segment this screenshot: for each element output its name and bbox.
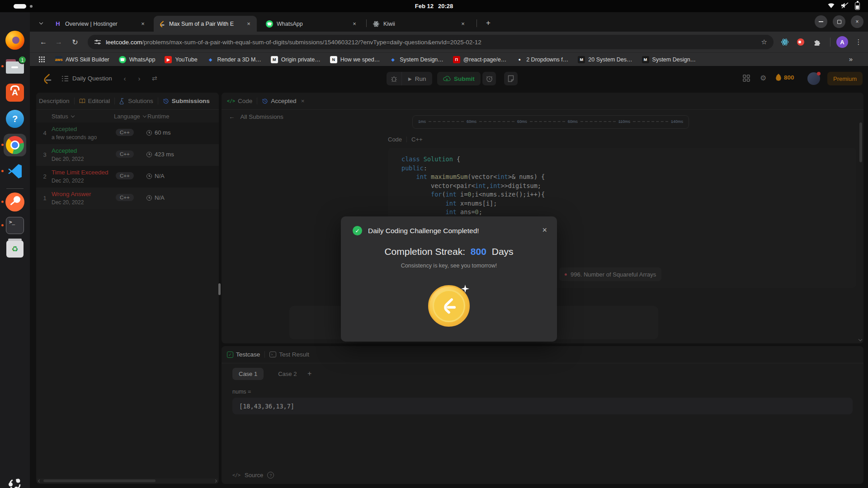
- close-icon: ×: [855, 19, 859, 25]
- browser-profile-avatar[interactable]: A: [836, 36, 848, 48]
- clock-date: Feb 12: [415, 3, 434, 9]
- tab-title: Kiwii: [383, 21, 456, 27]
- running-dot: [1, 224, 4, 226]
- forward-button[interactable]: →: [53, 37, 64, 47]
- bookmarks-bar: aws AWS Skill Builder ☎ WhatsApp ▶ YouTu…: [30, 52, 868, 66]
- dock-item-show-apps[interactable]: [5, 474, 25, 488]
- tab-overview-hostinger[interactable]: H Overview | Hostinger ×: [50, 16, 151, 32]
- software-store-icon: A: [6, 84, 24, 102]
- daily-challenge-modal: ✓ Daily Coding Challenge Completed! × Co…: [341, 216, 557, 342]
- tab-strip: H Overview | Hostinger × Max Sum of a Pa…: [30, 12, 868, 32]
- modal-title: Daily Coding Challenge Completed!: [368, 227, 479, 235]
- help-icon: ?: [6, 110, 24, 128]
- tab-close-button[interactable]: ×: [245, 20, 252, 27]
- bookmark-label: @react-page/e…: [463, 56, 506, 63]
- bookmark-item[interactable]: ◆ Render a 3D M…: [207, 56, 261, 63]
- red-extension-icon[interactable]: [796, 37, 806, 47]
- postman-icon: [5, 192, 24, 211]
- bookmark-favicon: ◆: [207, 56, 214, 63]
- streak-label: Completion Streak:: [384, 246, 465, 257]
- sparkle-icon: [461, 285, 469, 293]
- chevron-down-icon: [39, 21, 43, 24]
- files-badge: 1: [18, 56, 27, 64]
- system-top-bar: Feb 12 20:28: [0, 0, 868, 12]
- dock-item-firefox[interactable]: [5, 30, 25, 50]
- site-controls-icon: [94, 39, 101, 45]
- streak-unit: Days: [492, 246, 514, 257]
- bookmark-favicon: ◆: [389, 56, 396, 63]
- bookmark-label: How we sped…: [340, 56, 380, 63]
- dock-item-chrome[interactable]: [5, 135, 25, 155]
- dock-item-terminal[interactable]: >_: [5, 216, 25, 235]
- tab-close-button[interactable]: ×: [351, 20, 358, 27]
- bookmark-favicon: M: [271, 56, 278, 63]
- dock: 1 A ? >_ ♻: [0, 12, 30, 488]
- apps-grid-icon[interactable]: [39, 56, 45, 64]
- maximize-button[interactable]: [833, 15, 845, 28]
- modal-close-button[interactable]: ×: [542, 225, 547, 235]
- tab-title: Max Sum of a Pair With E: [169, 21, 241, 27]
- bookmark-item[interactable]: aws AWS Skill Builder: [55, 56, 109, 63]
- dock-item-files[interactable]: 1: [5, 56, 25, 76]
- bookmark-item[interactable]: ◆ System Design…: [389, 56, 443, 63]
- reload-button[interactable]: ↻: [70, 37, 80, 47]
- back-button[interactable]: ←: [38, 37, 49, 47]
- minimize-icon: [819, 21, 823, 22]
- dock-item-help[interactable]: ?: [5, 109, 25, 129]
- browser-menu-button[interactable]: ⋮: [854, 37, 863, 47]
- dock-item-postman[interactable]: [5, 192, 25, 212]
- bookmark-item[interactable]: ● 2 Dropdowns f…: [516, 56, 568, 63]
- minimize-button[interactable]: [815, 15, 827, 28]
- close-window-button[interactable]: ×: [851, 15, 863, 28]
- bookmark-item[interactable]: M Origin private…: [271, 56, 321, 63]
- show-apps-icon: [8, 477, 22, 488]
- bookmark-favicon: ▶: [165, 56, 172, 63]
- window-controls: ×: [815, 15, 863, 28]
- chrome-icon: [6, 136, 24, 154]
- bookmark-item[interactable]: Π @react-page/e…: [453, 56, 506, 63]
- extensions-puzzle-icon[interactable]: [812, 37, 822, 47]
- bookmark-item[interactable]: M System Design…: [642, 56, 696, 63]
- bookmark-favicon: Π: [453, 56, 460, 63]
- bookmark-item[interactable]: ▶ YouTube: [165, 56, 197, 63]
- tab-kiwii[interactable]: Kiwii ×: [368, 16, 471, 32]
- tab-leetcode-active[interactable]: Max Sum of a Pair With E ×: [154, 16, 257, 32]
- coin-inner-ring: [433, 290, 465, 322]
- url-text[interactable]: leetcode.com/problems/max-sum-of-a-pair-…: [106, 39, 757, 46]
- system-tray[interactable]: [827, 0, 860, 12]
- bookmark-star-icon[interactable]: ☆: [761, 38, 767, 46]
- bookmark-favicon: aws: [55, 56, 62, 63]
- bookmark-item[interactable]: ☎ WhatsApp: [119, 56, 156, 63]
- new-tab-button[interactable]: +: [483, 18, 494, 28]
- browser-window: H Overview | Hostinger × Max Sum of a Pa…: [30, 12, 868, 66]
- tab-separator: [366, 19, 367, 27]
- bookmark-item[interactable]: M 20 System Des…: [578, 56, 632, 63]
- streak-value: 800: [471, 246, 486, 257]
- bookmarks-overflow-button[interactable]: »: [849, 55, 853, 63]
- address-bar[interactable]: leetcode.com/problems/max-sum-of-a-pair-…: [88, 35, 774, 49]
- leetcode-coin-mark: [439, 296, 458, 315]
- tab-close-button[interactable]: ×: [139, 20, 146, 27]
- bookmark-label: AWS Skill Builder: [66, 56, 109, 63]
- bookmark-label: System Design…: [400, 56, 443, 63]
- bookmark-item[interactable]: N How we sped…: [330, 56, 380, 63]
- browser-toolbar: ← → ↻ leetcode.com/problems/max-sum-of-a…: [30, 32, 868, 52]
- dock-item-vscode[interactable]: [5, 161, 25, 181]
- leetcode-page: Daily Question ‹ › ⇄ ▶ Run Submit ⚙: [30, 66, 868, 488]
- react-devtools-extension-icon[interactable]: [780, 37, 790, 47]
- whatsapp-favicon: ☎: [266, 20, 273, 28]
- vscode-icon: [6, 163, 24, 180]
- bookmark-label: Render a 3D M…: [217, 56, 261, 63]
- system-clock[interactable]: Feb 12 20:28: [0, 0, 868, 12]
- running-dot: [1, 201, 4, 203]
- bookmark-label: YouTube: [175, 56, 197, 63]
- bookmark-label: System Design…: [652, 56, 696, 63]
- firefox-icon: [5, 31, 24, 50]
- bookmarks-list: aws AWS Skill Builder ☎ WhatsApp ▶ YouTu…: [55, 53, 841, 66]
- dock-item-trash[interactable]: ♻: [5, 239, 25, 259]
- tab-close-button[interactable]: ×: [459, 20, 467, 27]
- tab-whatsapp[interactable]: ☎ WhatsApp ×: [261, 16, 363, 32]
- dock-item-software-store[interactable]: A: [5, 83, 25, 103]
- modal-subtitle: Consistency is key, see you tomorrow!: [341, 263, 557, 269]
- tab-search-button[interactable]: [36, 18, 46, 28]
